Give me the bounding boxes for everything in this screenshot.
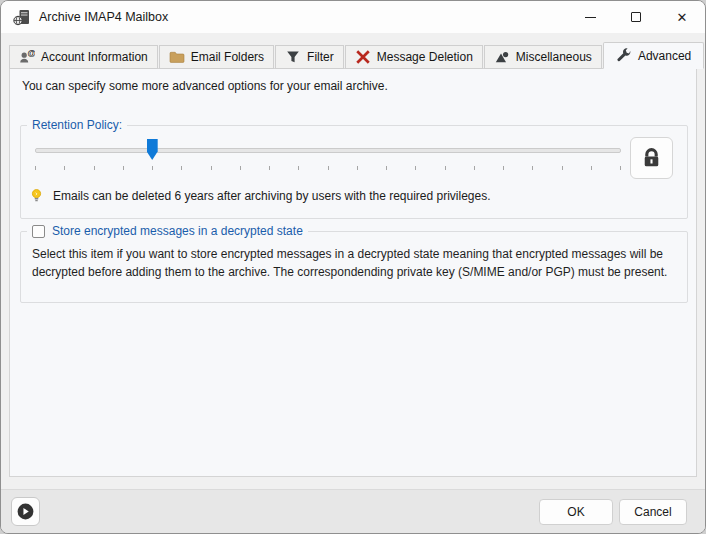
retention-policy-group: Retention Policy: Emails can be delet bbox=[20, 125, 688, 219]
lightbulb-icon bbox=[29, 188, 44, 204]
tab-email-folders[interactable]: Email Folders bbox=[159, 45, 274, 69]
maximize-button[interactable] bbox=[613, 1, 659, 33]
page-description: You can specify some more advanced optio… bbox=[22, 79, 388, 93]
footer-bar: OK Cancel bbox=[1, 489, 705, 533]
retention-tip-text: Emails can be deleted 6 years after arch… bbox=[53, 189, 491, 203]
window-title: Archive IMAP4 Mailbox bbox=[39, 10, 168, 24]
ok-button[interactable]: OK bbox=[539, 499, 613, 525]
tab-message-deletion[interactable]: Message Deletion bbox=[345, 45, 483, 69]
tab-label: Message Deletion bbox=[377, 50, 473, 64]
store-decrypted-description: Select this item if you want to store en… bbox=[32, 245, 684, 281]
minimize-icon bbox=[585, 17, 596, 18]
archive-imap4-mailbox-dialog: Archive IMAP4 Mailbox ✕ @Account Informa… bbox=[0, 0, 706, 534]
lock-icon bbox=[639, 146, 664, 171]
retention-slider-thumb[interactable] bbox=[147, 139, 158, 160]
tab-account-information[interactable]: @Account Information bbox=[9, 45, 158, 69]
miscellaneous-icon bbox=[494, 49, 510, 65]
retention-lock-button[interactable] bbox=[630, 137, 673, 179]
advanced-icon bbox=[616, 48, 632, 64]
tab-filter[interactable]: Filter bbox=[275, 45, 344, 69]
tab-label: Miscellaneous bbox=[516, 50, 592, 64]
title-bar: Archive IMAP4 Mailbox ✕ bbox=[1, 1, 705, 33]
tab-advanced[interactable]: Advanced bbox=[603, 42, 704, 69]
maximize-icon bbox=[631, 12, 641, 22]
store-decrypted-label[interactable]: Store encrypted messages in a decrypted … bbox=[52, 224, 303, 238]
advanced-tab-page: You can specify some more advanced optio… bbox=[9, 68, 697, 477]
retention-slider-ticks bbox=[35, 166, 621, 171]
message-deletion-icon bbox=[355, 49, 371, 65]
svg-text:@: @ bbox=[28, 49, 35, 58]
close-button[interactable]: ✕ bbox=[659, 1, 705, 33]
account-information-icon: @ bbox=[19, 49, 35, 65]
close-icon: ✕ bbox=[677, 11, 688, 24]
store-decrypted-checkbox[interactable] bbox=[32, 225, 45, 238]
tab-label: Email Folders bbox=[191, 50, 264, 64]
tab-label: Filter bbox=[307, 50, 334, 64]
filter-icon bbox=[285, 49, 301, 65]
tab-strip: @Account InformationEmail FoldersFilterM… bbox=[9, 42, 697, 69]
retention-slider-track[interactable] bbox=[35, 148, 621, 153]
tab-label: Account Information bbox=[41, 50, 148, 64]
minimize-button[interactable] bbox=[567, 1, 613, 33]
email-folders-icon bbox=[169, 49, 185, 65]
tab-label: Advanced bbox=[638, 49, 691, 63]
play-video-button[interactable] bbox=[11, 497, 40, 526]
play-icon bbox=[16, 502, 35, 521]
archive-mailbox-icon bbox=[13, 9, 30, 26]
retention-policy-legend: Retention Policy: bbox=[27, 118, 127, 132]
store-decrypted-group: Store encrypted messages in a decrypted … bbox=[20, 231, 688, 303]
cancel-button[interactable]: Cancel bbox=[619, 499, 687, 525]
tab-miscellaneous[interactable]: Miscellaneous bbox=[484, 45, 602, 69]
